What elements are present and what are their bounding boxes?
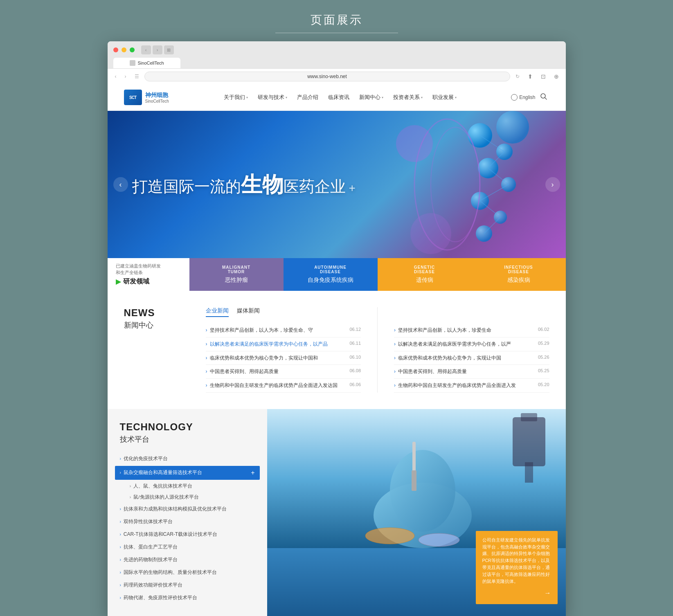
tech-item-8[interactable]: › 国际水平的生物药结构、质量分析技术平台 <box>120 566 255 579</box>
maximize-dot[interactable] <box>130 47 135 52</box>
logo-abbr: SCT <box>129 95 136 100</box>
tech-item-4[interactable]: › 双特异性抗体技术平台 <box>120 515 255 528</box>
extensions-button[interactable]: ⊕ <box>551 71 562 82</box>
malignant-en: MALIGNANTTUMOR <box>222 265 250 274</box>
tech-item-7[interactable]: › 先进的药物制剂技术平台 <box>120 553 255 566</box>
news-item-content: › 中国患者买得到、用得起高质量 <box>206 368 346 375</box>
news-text[interactable]: 生物药和中国自主研发生产的临床优势产品全面进入发达国 <box>210 382 338 389</box>
tech-item-2-active[interactable]: › 鼠杂交瘤融合和高通量筛选技术平台 + <box>115 466 260 480</box>
news-item: › 坚持技术和产品创新，以人为本，珍爱生命 06.02 <box>394 324 549 337</box>
globe-icon <box>511 94 518 101</box>
svg-point-17 <box>496 111 529 144</box>
research-area-genetic[interactable]: GENETICDISEASE 遗传病 <box>378 258 472 291</box>
tech-item-5[interactable]: › CAR-T抗体筛选和CAR-T载体设计技术平台 <box>120 528 255 541</box>
language-button[interactable]: English <box>511 94 535 101</box>
research-area-infectious[interactable]: INFECTIOUSDISEASE 感染疾病 <box>472 258 566 291</box>
address-bar[interactable]: www.sino-web.net <box>144 72 510 81</box>
news-text[interactable]: 以解决患者未满足的临床医学需求为中心任务，以严 <box>398 341 511 348</box>
browser-toolbar: ‹ › ☰ www.sino-web.net ↻ ⬆ ⊡ ⊕ <box>108 68 566 84</box>
tech-arrow-icon: › <box>120 532 121 537</box>
forward-button[interactable]: › <box>153 45 162 54</box>
nav-item-news[interactable]: 新闻中心 ▾ <box>359 94 383 101</box>
news-text[interactable]: 以解决患者未满足的临床医学需求为中心任务，以产品 <box>210 341 328 348</box>
news-text[interactable]: 临床优势和成本优势为核心竞争力，实现让中国和 <box>210 355 318 362</box>
logo: SCT 神州细胞 SinoCellTech <box>124 90 169 105</box>
tech-sub-item-2[interactable]: 鼠/免源抗体的人源化技术平台 <box>120 492 255 503</box>
minimize-dot[interactable] <box>122 47 126 52</box>
news-date: 05.29 <box>538 341 549 346</box>
news-item: › 临床优势和成本优势为核心竞争力，实现让中国 05.26 <box>394 351 549 365</box>
share-button[interactable]: ⬆ <box>525 71 536 82</box>
tech-item-3[interactable]: › 抗体亲和力成熟和抗体结构模拟及优化技术平台 <box>120 503 255 515</box>
news-text[interactable]: 中国患者买得到、用得起高质量 <box>210 368 279 375</box>
news-date: 06.06 <box>349 382 361 387</box>
tech-item-1[interactable]: › 优化的免疫技术平台 <box>120 452 255 465</box>
language-label: English <box>519 94 535 100</box>
browser-tab[interactable]: SinoCellTech <box>113 58 180 68</box>
tech-arrow-icon: › <box>120 583 121 587</box>
svg-point-25 <box>365 528 414 544</box>
news-text[interactable]: 坚持技术和产品创新，以人为本，珍爱生命、守 <box>210 327 313 334</box>
news-arrow-icon: › <box>394 382 396 388</box>
nav-item-rd[interactable]: 研发与技术 ▾ <box>258 94 287 101</box>
nav-item-investors[interactable]: 投资者关系 ▾ <box>393 94 423 101</box>
news-text[interactable]: 临床优势和成本优势为核心竞争力，实现让中国 <box>398 355 501 362</box>
new-tab-button[interactable]: ⊡ <box>538 71 549 82</box>
news-date: 05.20 <box>538 382 549 387</box>
news-item-content: › 临床优势和成本优势为核心竞争力，实现让中国 <box>394 355 534 362</box>
hero-prev-button[interactable]: ‹ <box>113 177 128 192</box>
close-dot[interactable] <box>113 47 118 52</box>
tech-item-9[interactable]: › 药理药效功能评价技术平台 <box>120 579 255 591</box>
autoimmune-cn: 自身免疫系统疾病 <box>308 277 353 284</box>
nav-item-clinical[interactable]: 临床资讯 <box>328 94 349 101</box>
hero-banner: 打造国际一流的生物医药企业+ ‹ › <box>108 111 566 258</box>
tech-item-label: 抗体、蛋白生产工艺平台 <box>124 544 178 551</box>
svg-line-1 <box>545 98 547 99</box>
hero-next-button[interactable]: › <box>545 177 560 192</box>
lab-svg <box>267 409 566 548</box>
tab-enterprise-news[interactable]: 企业新闻 <box>206 307 229 317</box>
hero-slogan-highlight: 生物 <box>241 173 284 196</box>
tab-media-news[interactable]: 媒体新闻 <box>237 307 260 317</box>
news-title-en: NEWS <box>124 307 189 319</box>
news-list-left: › 坚持技术和产品创新，以人为本，珍爱生命、守 06.12 › 以解决患者未满足… <box>206 324 361 393</box>
back-button[interactable]: ‹ <box>141 45 151 54</box>
tech-item-label: 国际水平的生物药结构、质量分析技术平台 <box>124 569 217 576</box>
nav-item-careers[interactable]: 职业发展 ▾ <box>432 94 457 101</box>
tech-info-box: 公司自主研发建立领先的鼠单抗发现平台，包含高融合效率杂交瘤交媾、抗原调适的特异性… <box>476 531 558 604</box>
tech-plus-icon: + <box>251 469 254 477</box>
news-text[interactable]: 中国患者买得到、用得起高质量 <box>398 368 467 375</box>
technology-header: TECHNOLOGY 技术平台 <box>120 421 255 444</box>
tech-item-6[interactable]: › 抗体、蛋白生产工艺平台 <box>120 541 255 553</box>
tech-info-link[interactable]: → <box>482 588 551 598</box>
refresh-button[interactable]: ↻ <box>513 72 522 81</box>
research-area-autoimmune[interactable]: AUTOIMMUNEDISEASE 自身免疫系统疾病 <box>284 258 378 291</box>
tech-arrow-icon: › <box>120 545 121 549</box>
news-item-content: › 生物药和中国自主研发生产的临床优势产品全面进入发 <box>394 382 534 389</box>
toolbar-forward[interactable]: › <box>122 72 130 81</box>
tech-arrow-icon: › <box>120 507 121 511</box>
tech-sub-item-1[interactable]: 人、鼠、兔抗抗体技术平台 <box>120 481 255 492</box>
svg-point-0 <box>541 94 545 98</box>
research-area-malignant[interactable]: MALIGNANTTUMOR 恶性肿瘤 <box>189 258 284 291</box>
nav-item-products[interactable]: 产品介绍 <box>297 94 318 101</box>
page-title: 页面展示 <box>0 12 673 28</box>
tech-item-label: 双特异性抗体技术平台 <box>124 518 173 525</box>
toolbar-tab-switcher[interactable]: ☰ <box>133 72 141 81</box>
tab-title: SinoCellTech <box>138 61 164 65</box>
news-item-content: › 临床优势和成本优势为核心竞争力，实现让中国和 <box>206 355 346 362</box>
tech-item-10[interactable]: › 药物代谢、免疫原性评价技术平台 <box>120 591 255 604</box>
news-arrow-icon: › <box>206 355 207 361</box>
news-item-content: › 坚持技术和产品创新，以人为本，珍爱生命 <box>394 327 534 334</box>
tab-overview-button[interactable]: ⊞ <box>164 45 174 54</box>
tech-title-cn: 技术平台 <box>120 434 255 444</box>
toolbar-back[interactable]: ‹ <box>112 72 120 81</box>
search-button[interactable] <box>540 93 549 102</box>
news-text[interactable]: 生物药和中国自主研发生产的临床优势产品全面进入发 <box>398 382 516 389</box>
nav-item-about[interactable]: 关于我们 ▾ <box>224 94 248 101</box>
tech-arrow-icon: › <box>120 456 121 461</box>
svg-line-14 <box>484 217 500 234</box>
news-item-content: › 中国患者买得到、用得起高质量 <box>394 368 534 375</box>
news-text[interactable]: 坚持技术和产品创新，以人为本，珍爱生命 <box>398 327 491 334</box>
tech-arrow-icon: › <box>120 470 121 475</box>
